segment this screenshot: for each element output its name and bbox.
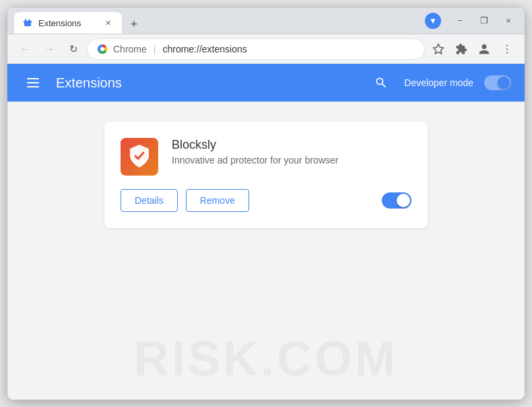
nav-bar: ← → ↻ Chrome | chrome://extensions	[7, 34, 525, 64]
svg-point-6	[506, 52, 508, 53]
chrome-site-icon	[97, 44, 108, 54]
extension-description: Innovative ad protector for your browser	[172, 155, 338, 165]
window-controls: − ❐ ×	[451, 11, 518, 30]
developer-mode-label: Developer mode	[404, 77, 473, 88]
svg-point-2	[100, 47, 104, 51]
bookmark-icon[interactable]	[428, 38, 449, 60]
menu-icon[interactable]	[496, 38, 518, 60]
search-button[interactable]	[369, 71, 393, 95]
toggle-thumb	[498, 77, 510, 89]
remove-button[interactable]: Remove	[186, 189, 249, 212]
extensions-icon[interactable]	[451, 38, 472, 60]
svg-point-5	[506, 48, 508, 49]
browser-window: Extensions ✕ + ▼ − ❐ × ← → ↻	[7, 7, 525, 400]
new-tab-button[interactable]: +	[125, 15, 143, 34]
maximize-button[interactable]: ❐	[475, 11, 494, 30]
close-button[interactable]: ×	[499, 11, 518, 30]
extension-name: Blocksly	[172, 138, 338, 152]
details-button[interactable]: Details	[121, 189, 178, 212]
tab-close-button[interactable]: ✕	[102, 17, 114, 29]
extension-card-bottom: Details Remove	[121, 189, 411, 212]
address-bar[interactable]: Chrome | chrome://extensions	[87, 38, 425, 60]
blocksly-logo-svg	[121, 138, 158, 176]
back-button[interactable]: ←	[14, 38, 36, 60]
reload-button[interactable]: ↻	[63, 38, 84, 60]
page-title: Extensions	[56, 75, 369, 91]
extension-logo	[121, 138, 158, 176]
hamburger-menu-button[interactable]	[21, 71, 45, 95]
title-bar: Extensions ✕ + ▼ − ❐ ×	[7, 7, 525, 34]
profile-icon[interactable]	[473, 38, 495, 60]
svg-marker-3	[434, 44, 444, 53]
search-icon	[374, 76, 388, 89]
extensions-header: Extensions Developer mode	[7, 64, 525, 102]
toolbar-icons	[428, 38, 518, 60]
url-display: chrome://extensions	[162, 44, 246, 54]
svg-point-4	[506, 44, 508, 46]
forward-button[interactable]: →	[38, 38, 60, 60]
extension-info: Blocksly Innovative ad protector for you…	[172, 138, 338, 165]
extensions-content: 9fi RISK.COM	[7, 102, 525, 400]
header-right: Developer mode	[369, 71, 511, 95]
url-separator: |	[154, 44, 156, 54]
profile-dropdown-icon[interactable]: ▼	[425, 13, 441, 29]
tab-label: Extensions	[38, 18, 81, 28]
watermark-bottom: RISK.COM	[134, 331, 398, 386]
tab-extensions-icon	[22, 17, 33, 28]
minimize-button[interactable]: −	[451, 11, 469, 30]
active-tab[interactable]: Extensions ✕	[14, 12, 122, 34]
extension-toggle-area	[382, 192, 411, 209]
hamburger-icon	[27, 78, 39, 87]
extension-enable-toggle[interactable]	[382, 192, 411, 209]
developer-mode-toggle[interactable]	[484, 75, 511, 90]
extension-card-top: Blocksly Innovative ad protector for you…	[121, 138, 411, 176]
tab-area: Extensions ✕ +	[14, 7, 425, 34]
extension-card: Blocksly Innovative ad protector for you…	[104, 122, 428, 228]
extension-toggle-thumb	[397, 194, 410, 207]
chrome-label: Chrome	[113, 44, 147, 54]
